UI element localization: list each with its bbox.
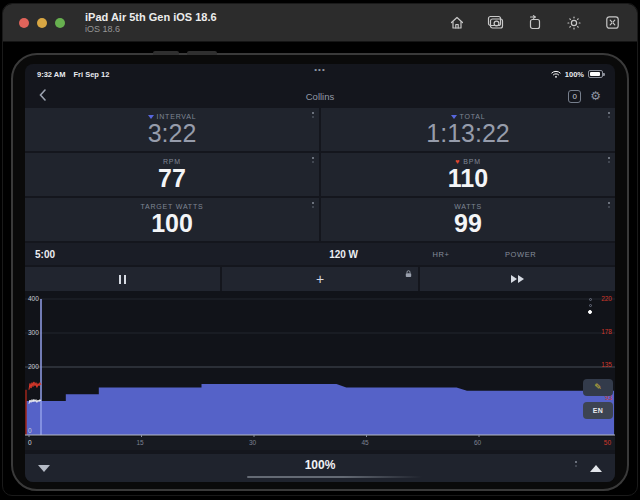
target-watts-value: 100 — [151, 211, 193, 236]
screenshot-icon[interactable] — [487, 14, 504, 31]
svg-text:200: 200 — [28, 363, 39, 370]
simulator-window: iPad Air 5th Gen iOS 18.6 iOS 18.6 — [2, 3, 638, 496]
language-button[interactable]: EN — [583, 402, 613, 419]
interval-info-row: 5:00 120 W HR+ POWER — [25, 243, 615, 265]
tile-rpm[interactable]: RPM 77 — [25, 153, 319, 196]
intensity-up-button[interactable] — [590, 465, 602, 472]
rotate-icon[interactable] — [526, 14, 543, 31]
total-value: 1:13:22 — [426, 121, 509, 146]
minimize-window-button[interactable] — [37, 18, 47, 28]
x-tick-label: 0 — [28, 439, 32, 446]
edit-workout-button[interactable]: ✎ — [583, 379, 613, 396]
titlebar-toolbar — [448, 14, 621, 31]
dropdown-triangle-icon — [148, 115, 154, 119]
window-title: iPad Air 5th Gen iOS 18.6 — [85, 11, 217, 24]
tile-drag-handle[interactable] — [608, 202, 610, 208]
window-subtitle: iOS 18.6 — [85, 24, 217, 34]
traffic-lights — [19, 18, 65, 28]
pause-icon — [119, 275, 126, 284]
ipad-screen: 9:32 AM Fri Sep 12 ••• 100% Collins — [25, 64, 615, 482]
svg-text:300: 300 — [28, 329, 39, 336]
tile-target-watts[interactable]: TARGET WATTS 100 — [25, 198, 319, 241]
tile-watts[interactable]: WATTS 99 — [321, 198, 615, 241]
x-tick-label: 60 — [474, 439, 481, 446]
ios-status-bar: 9:32 AM Fri Sep 12 ••• 100% — [25, 64, 615, 84]
interval-value: 3:22 — [148, 121, 197, 146]
tile-drag-handle[interactable] — [312, 202, 314, 208]
volume-down-button — [187, 51, 217, 55]
intensity-bar-handle[interactable] — [575, 461, 577, 467]
tile-drag-handle[interactable] — [312, 157, 314, 163]
fast-forward-icon — [511, 275, 524, 283]
plus-icon: + — [316, 272, 324, 286]
tile-drag-handle[interactable] — [608, 157, 610, 163]
interval-length: 5:00 — [35, 249, 55, 260]
hr-axis-bottom-label: 50 — [604, 439, 611, 446]
intensity-slider-track[interactable] — [247, 476, 422, 478]
playback-controls: + — [25, 267, 615, 291]
add-interval-button[interactable]: + — [222, 267, 417, 291]
intensity-value: 100% — [25, 458, 615, 472]
window-title-block: iPad Air 5th Gen iOS 18.6 iOS 18.6 — [85, 11, 217, 34]
chart-page-dots[interactable] — [588, 298, 592, 314]
tile-bpm[interactable]: ♥BPM 110 — [321, 153, 615, 196]
svg-text:135: 135 — [601, 361, 612, 368]
rpm-value: 77 — [158, 166, 186, 191]
pencil-icon: ✎ — [594, 383, 602, 392]
tile-drag-handle[interactable] — [608, 112, 610, 118]
watts-value: 99 — [454, 211, 482, 236]
lock-icon[interactable] — [405, 270, 412, 278]
volume-up-button — [153, 51, 179, 55]
metric-tiles: INTERVAL 3:22 TOTAL 1:13:22 RPM 77 ♥BPM … — [25, 108, 615, 241]
page-title: Collins — [25, 91, 615, 102]
zoom-window-button[interactable] — [55, 18, 65, 28]
chart-x-axis-labels: 01530456050 — [25, 437, 615, 450]
skip-interval-button[interactable] — [420, 267, 615, 291]
bpm-value: 110 — [448, 166, 488, 191]
close-window-button[interactable] — [19, 18, 29, 28]
dropdown-triangle-icon — [451, 115, 457, 119]
x-tick-label: 30 — [249, 439, 256, 446]
fit-window-icon[interactable] — [604, 14, 621, 31]
home-icon[interactable] — [448, 14, 465, 31]
svg-text:0: 0 — [28, 427, 32, 434]
tile-drag-handle[interactable] — [312, 112, 314, 118]
intensity-bar: 100% — [25, 454, 615, 482]
svg-text:220: 220 — [601, 295, 612, 302]
hr-mode-toggle[interactable]: HR+ — [432, 250, 449, 259]
multitask-dots[interactable]: ••• — [25, 65, 615, 74]
pause-button[interactable] — [25, 267, 220, 291]
tile-interval[interactable]: INTERVAL 3:22 — [25, 108, 319, 151]
workout-chart: 400300200022017813593 ✎ EN — [25, 291, 615, 437]
interval-target-watts: 120 W — [329, 249, 358, 260]
battery-icon — [588, 70, 603, 78]
svg-text:400: 400 — [28, 295, 39, 302]
power-mode-toggle[interactable]: POWER — [505, 250, 536, 259]
x-tick-label: 45 — [362, 439, 369, 446]
x-tick-label: 15 — [137, 439, 144, 446]
brightness-icon[interactable] — [565, 14, 582, 31]
workout-chart-plot: 400300200022017813593 — [25, 291, 615, 437]
ipad-device-frame: 9:32 AM Fri Sep 12 ••• 100% Collins — [11, 53, 629, 491]
svg-text:178: 178 — [601, 328, 612, 335]
tile-total[interactable]: TOTAL 1:13:22 — [321, 108, 615, 151]
app-nav-bar: Collins 0 ⚙ — [25, 84, 615, 108]
window-titlebar: iPad Air 5th Gen iOS 18.6 iOS 18.6 — [3, 4, 637, 42]
